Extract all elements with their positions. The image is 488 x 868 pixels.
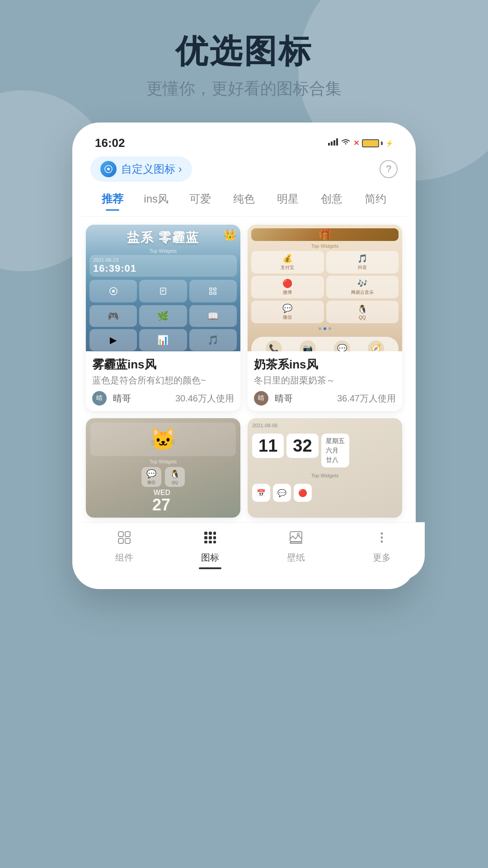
nav-icon-tab[interactable]: 图标 [167,530,253,569]
more-icon [374,530,389,549]
cream-inner: 🎁 Top Widgets 💰 支付宝 🎵 抖音 [248,225,402,351]
status-time: 16:02 [95,136,125,150]
app-icon-3: 📖 [189,305,237,327]
cal-day1: 11 [252,434,284,458]
cal-day2: 32 [286,434,318,458]
question-icon: ? [386,163,391,175]
app-icons-grid-blue: 🎮 🌿 📖 ▶ 📊 🎵 [89,305,237,351]
theme-name-blue: 雾霾蓝ins风 [92,357,234,373]
cat-date: WED 27 [152,489,174,513]
tab-creative[interactable]: 创意 [310,188,354,210]
cal-icon-date: 📅 [252,484,270,502]
nav-more[interactable]: 更多 [339,530,425,569]
cat-qq: 🐧 QQ [165,467,185,487]
author-info-cream: 晴 晴哥 [254,391,293,406]
custom-icon-label: 自定义图标 › [121,162,182,176]
cal-weekday: 星期五六月廿八 [321,434,349,467]
svg-rect-20 [209,532,212,535]
cat-icons-row: 💬 微信 🐧 QQ [141,467,185,487]
blue-inner: 👑 盐系 零霾蓝 Top Widgets 2021-06-23 16:39:01 [86,225,240,351]
cream-weibo: 🔴 微博 [251,276,324,298]
widget-row [89,280,237,302]
theme-info-cream: 奶茶系ins风 冬日里的甜栗奶茶～ 晴 晴哥 36.47万人使用 [248,351,402,411]
usage-count-blue: 30.46万人使用 [175,392,234,405]
theme-author-cream: 晴 晴哥 36.47万人使用 [254,391,396,406]
theme-preview-cat: 🐱 Top Widgets 💬 微信 🐧 QQ [86,418,240,518]
top-widgets-label-cal: Top Widgets [252,473,398,478]
signal-icon [328,138,338,148]
widget-note [139,280,187,302]
svg-rect-16 [125,532,130,537]
dock-phone-cream: 📞 [266,340,282,351]
tab-star[interactable]: 明星 [266,188,310,210]
cal-icon-weibo: 🔴 [294,484,312,502]
app-icon-5: 📊 [139,329,187,351]
svg-rect-24 [213,536,216,539]
svg-rect-1 [331,142,333,146]
svg-point-29 [297,533,300,536]
tab-recommend[interactable]: 推荐 [90,188,134,210]
svg-point-7 [112,290,115,292]
dot-indicators-cream [251,327,399,330]
author-avatar-cream: 晴 [254,391,268,406]
svg-point-32 [381,537,383,539]
theme-grid: 👑 盐系 零霾蓝 Top Widgets 2021-06-23 16:39:01 [81,217,407,522]
theme-desc-blue: 蓝色是符合所有幻想的颜色~ [92,374,234,387]
widget-icon [117,530,132,549]
custom-icon-bar: 自定义图标 › ? [81,154,407,188]
tab-bar: 推荐 ins风 可爱 纯色 明星 创意 简约 [81,188,407,217]
svg-rect-14 [214,292,216,294]
tab-cute[interactable]: 可爱 [178,188,222,210]
calendar-numbers: 11 32 星期五六月廿八 [252,434,398,467]
theme-preview-blue: 👑 盐系 零霾蓝 Top Widgets 2021-06-23 16:39:01 [86,225,240,351]
svg-point-5 [107,168,110,170]
x-icon: ✕ [353,139,359,147]
nav-wallpaper[interactable]: 壁纸 [253,530,339,569]
author-name-blue: 晴哥 [113,392,131,405]
usage-count-cream: 36.47万人使用 [337,392,396,405]
cal-icon-wechat: 💬 [273,484,291,502]
theme-card-milk-tea[interactable]: 🎁 Top Widgets 💰 支付宝 🎵 抖音 [248,225,402,411]
blue-title: 盐系 零霾蓝 [89,229,237,246]
svg-rect-3 [336,138,338,146]
nav-widget[interactable]: 组件 [81,530,167,569]
phone-mockup: 16:02 ✕ ⚡ [72,123,416,589]
icon-tab-icon [202,530,218,549]
svg-rect-30 [290,542,302,543]
cream-wechat: 💬 微信 [251,301,324,323]
tab-simple[interactable]: 简约 [354,188,398,210]
svg-rect-12 [214,288,216,290]
svg-point-33 [381,541,383,543]
calendar-inner: 2021-08-06 11 32 星期五六月廿八 Top Widgets 📅 [248,418,402,518]
nav-active-indicator [199,567,221,569]
app-icon-6: 🎵 [189,329,237,351]
tab-pure[interactable]: 纯色 [222,188,266,210]
dock-camera-cream: 📷 [300,340,316,351]
svg-rect-26 [209,541,212,543]
svg-rect-27 [213,541,216,543]
page-title: 优选图标 [146,32,342,71]
clock-widget: 2021-06-23 16:39:01 [89,255,237,277]
help-button[interactable]: ? [380,160,398,178]
svg-rect-23 [209,536,212,539]
theme-card-cat[interactable]: 🐱 Top Widgets 💬 微信 🐧 QQ [86,418,240,518]
cat-wechat: 💬 微信 [141,467,161,487]
tab-ins[interactable]: ins风 [134,188,178,210]
svg-rect-19 [204,532,207,535]
cal-app-icons: 📅 💬 🔴 [252,484,398,502]
theme-card-blue-mist[interactable]: 👑 盐系 零霾蓝 Top Widgets 2021-06-23 16:39:01 [86,225,240,411]
nav-label-widget: 组件 [115,552,133,564]
svg-rect-18 [125,538,130,543]
theme-info-blue: 雾霾蓝ins风 蓝色是符合所有幻想的颜色~ 晴 晴哥 30.46万人使用 [86,351,240,411]
cat-inner: 🐱 Top Widgets 💬 微信 🐧 QQ [86,418,240,518]
top-widgets-label-cat: Top Widgets [150,459,177,464]
svg-rect-21 [213,532,216,535]
theme-card-calendar[interactable]: 2021-08-06 11 32 星期五六月廿八 Top Widgets 📅 [248,418,402,518]
svg-rect-25 [204,541,207,543]
cream-qq: 🐧 QQ [326,301,399,323]
cream-top-image: 🎁 [251,228,399,241]
status-bar: 16:02 ✕ ⚡ [81,132,407,154]
calendar-date-label: 2021-08-06 [252,423,398,428]
app-icon-4: ▶ [89,329,137,351]
custom-icon-button[interactable]: 自定义图标 › [90,156,192,182]
